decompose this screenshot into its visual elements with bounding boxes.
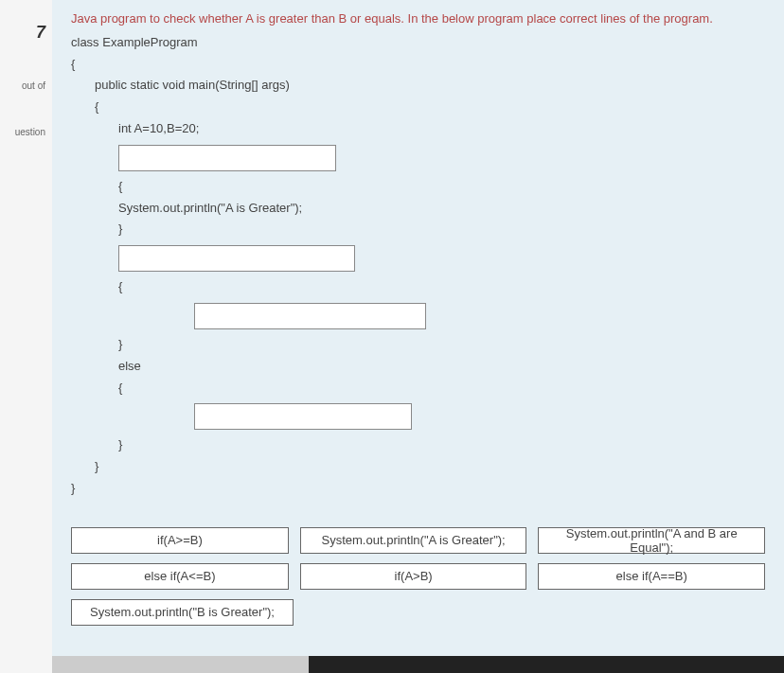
drop-zone-2[interactable] [118, 245, 355, 272]
question-prompt: Java program to check whether A is great… [71, 9, 765, 29]
code-line: } [71, 479, 765, 499]
drop-zone-3[interactable] [194, 303, 426, 329]
question-number: 7 [5, 9, 47, 55]
sidebar-out-of: out of [5, 70, 47, 102]
code-line: public static void main(String[] args) [71, 76, 765, 96]
code-line: } [71, 220, 765, 239]
code-line: { [71, 97, 765, 117]
option-println-b-greater[interactable]: System.out.println("B is Greater"); [71, 599, 294, 626]
option-if-gte[interactable]: if(A>=B) [71, 527, 289, 554]
drop-zone-4[interactable] [194, 403, 412, 430]
options-row: System.out.println("B is Greater"); [71, 599, 765, 626]
options-area: if(A>=B) System.out.println("A is Greate… [71, 522, 765, 640]
code-line: System.out.println("A is Greater"); [71, 199, 765, 219]
sidebar-flag[interactable]: uestion [5, 116, 47, 149]
options-row: else if(A<=B) if(A>B) else if(A==B) [71, 563, 765, 590]
code-line: class ExampleProgram [71, 33, 765, 53]
question-area: Java program to check whether A is great… [52, 0, 784, 673]
code-line: { [71, 177, 765, 197]
code-line: { [71, 277, 765, 297]
code-line: { [71, 55, 765, 75]
code-line: { [71, 379, 765, 398]
option-elseif-eq[interactable]: else if(A==B) [538, 563, 765, 590]
code-line: } [71, 335, 765, 355]
code-line: else [71, 357, 765, 377]
option-println-a-greater[interactable]: System.out.println("A is Greater"); [300, 527, 527, 554]
sidebar: 7 out of uestion [0, 0, 52, 673]
options-row: if(A>=B) System.out.println("A is Greate… [71, 527, 765, 554]
option-elseif-lte[interactable]: else if(A<=B) [71, 563, 289, 590]
code-line: } [71, 457, 765, 477]
sidebar-blank [5, 55, 47, 70]
option-println-equal[interactable]: System.out.println("A and B are Equal"); [538, 527, 765, 554]
code-line: int A=10,B=20; [71, 119, 765, 139]
option-if-gt[interactable]: if(A>B) [300, 563, 527, 590]
code-line: } [71, 435, 765, 455]
bottom-bar [52, 656, 784, 673]
drop-zone-1[interactable] [118, 145, 336, 171]
